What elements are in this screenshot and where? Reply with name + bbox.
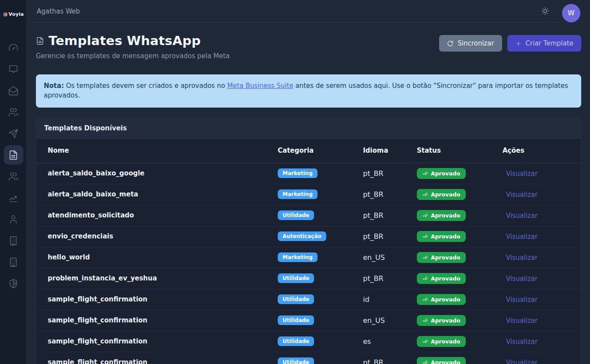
sidebar-item-company[interactable]: [4, 231, 23, 250]
sidebar-item-campaigns[interactable]: [4, 124, 23, 143]
check-check-icon: [422, 233, 428, 239]
sidebar-item-templates[interactable]: [4, 145, 23, 164]
status-badge: Aprovado: [417, 231, 466, 242]
table-row: sample_flight_confirmation Utilidade en_…: [36, 310, 581, 331]
category-badge: Marketing: [278, 252, 318, 262]
page-subtitle: Gerencie os templates de mensagem aprova…: [36, 52, 230, 60]
template-name: alerta_saldo_baixo_meta: [48, 190, 278, 198]
template-name: sample_flight_confirmation: [48, 295, 278, 303]
category-badge: Marketing: [278, 168, 318, 178]
table-row: problem_instancia_ev_yeshua Utilidade pt…: [36, 268, 581, 289]
chart-icon: [8, 193, 18, 203]
table-row: alerta_saldo_baixo_google Marketing pt_B…: [36, 163, 581, 184]
category-badge: Utilidade: [278, 273, 314, 283]
view-link[interactable]: Visualizar: [503, 275, 538, 283]
template-name: sample_flight_confirmation: [48, 337, 278, 345]
template-language: en_US: [363, 253, 417, 262]
template-language: pt_BR: [363, 169, 417, 178]
theme-toggle-button[interactable]: [541, 7, 550, 16]
sidebar-item-analytics[interactable]: [4, 188, 23, 207]
view-link[interactable]: Visualizar: [503, 254, 538, 262]
page-title: Templates WhatsApp: [36, 33, 230, 48]
sidebar: Voyia: [0, 0, 27, 364]
view-link[interactable]: Visualizar: [503, 233, 538, 241]
column-header-status: Status: [417, 147, 503, 154]
meta-business-suite-link[interactable]: Meta Business Suite: [227, 82, 293, 90]
category-badge: Utilidade: [278, 294, 314, 304]
sun-icon: [541, 7, 550, 16]
view-link[interactable]: Visualizar: [503, 317, 538, 325]
table-row: hello_world Marketing en_US Aprovado: [36, 247, 581, 268]
category-badge: Utilidade: [278, 357, 314, 364]
sidebar-item-security[interactable]: [4, 274, 23, 293]
column-header-categoria: Categoria: [278, 147, 363, 154]
sidebar-item-dashboard[interactable]: [4, 38, 23, 57]
note-text-1: Os templates devem ser criados e aprovad…: [64, 82, 227, 90]
check-check-icon: [422, 191, 428, 197]
view-link[interactable]: Visualizar: [503, 359, 538, 364]
category-badge: Utilidade: [278, 315, 314, 325]
check-check-icon: [422, 170, 428, 176]
template-language: pt_BR: [363, 232, 417, 241]
view-link[interactable]: Visualizar: [503, 191, 538, 199]
template-language: pt_BR: [363, 274, 417, 283]
building-icon: [8, 257, 18, 267]
status-badge-label: Aprovado: [431, 254, 461, 261]
status-badge-label: Aprovado: [431, 212, 461, 219]
status-badge: Aprovado: [417, 189, 466, 200]
create-template-button[interactable]: Criar Template: [507, 35, 581, 52]
template-name: envio_credenciais: [48, 232, 278, 240]
building-icon: [8, 236, 18, 246]
chat-icon: [8, 64, 18, 74]
status-badge: Aprovado: [417, 168, 466, 179]
status-badge-label: Aprovado: [431, 191, 461, 198]
sync-button-label: Sincronizar: [457, 39, 494, 47]
column-header-nome: Nome: [48, 147, 278, 154]
send-icon: [8, 129, 18, 139]
sidebar-item-inbox[interactable]: [4, 81, 23, 100]
status-badge: Aprovado: [417, 336, 466, 347]
template-name: alerta_saldo_baixo_google: [48, 169, 278, 177]
brand-logo-icon: [3, 12, 7, 17]
sidebar-nav: [4, 38, 23, 293]
avatar[interactable]: W: [562, 4, 580, 22]
sync-button[interactable]: Sincronizar: [439, 35, 502, 52]
main-content: Templates WhatsApp Gerencie os templates…: [27, 23, 590, 364]
sidebar-item-contacts[interactable]: [4, 102, 23, 122]
table-body: alerta_saldo_baixo_google Marketing pt_B…: [36, 163, 581, 364]
sidebar-item-teams[interactable]: [4, 167, 23, 186]
file-text-icon: [36, 37, 44, 45]
sidebar-item-profile[interactable]: [4, 210, 23, 229]
check-check-icon: [422, 254, 428, 260]
page-title-text: Templates WhatsApp: [49, 33, 201, 48]
users-icon: [8, 107, 18, 117]
check-check-icon: [422, 275, 428, 281]
check-check-icon: [422, 359, 428, 364]
view-link[interactable]: Visualizar: [503, 170, 538, 178]
sidebar-item-chats[interactable]: [4, 60, 23, 79]
app-title: Agathas Web: [37, 7, 80, 15]
status-badge-label: Aprovado: [431, 359, 461, 364]
view-link[interactable]: Visualizar: [503, 212, 538, 220]
view-link[interactable]: Visualizar: [503, 296, 538, 304]
category-badge: Autenticação: [278, 231, 326, 241]
status-badge: Aprovado: [417, 294, 466, 305]
templates-card: Templates Disponíveis Nome Categoria Idi…: [36, 118, 581, 364]
status-badge: Aprovado: [417, 210, 466, 221]
refresh-icon: [447, 40, 454, 47]
note-banner: Nota: Os templates devem ser criados e a…: [36, 74, 581, 108]
brand-logo[interactable]: Voyia: [3, 11, 24, 17]
template-language: pt_BR: [363, 211, 417, 220]
check-check-icon: [422, 212, 428, 218]
category-badge: Utilidade: [278, 336, 314, 346]
table-header-row: Nome Categoria Idioma Status Ações: [36, 139, 581, 163]
status-badge-label: Aprovado: [431, 275, 461, 282]
template-name: atendimento_solicitado: [48, 211, 278, 219]
view-link[interactable]: Visualizar: [503, 338, 538, 346]
users-icon: [8, 172, 18, 182]
file-text-icon: [8, 150, 18, 160]
sidebar-item-departments[interactable]: [4, 252, 23, 272]
template-language: pt_BR: [363, 190, 417, 199]
column-header-idioma: Idioma: [363, 147, 417, 154]
template-name: problem_instancia_ev_yeshua: [48, 274, 278, 282]
